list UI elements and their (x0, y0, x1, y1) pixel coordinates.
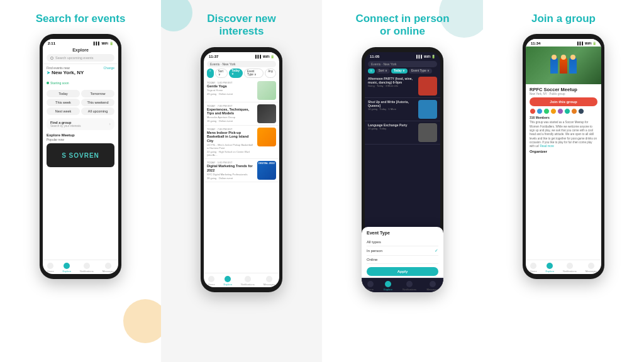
s3-event-meta-2: 14 going · Today · 1 More (368, 107, 416, 111)
nav-notifications-3[interactable]: Notifications (402, 281, 416, 287)
nav-home-3[interactable]: Home (367, 281, 374, 287)
nav-messages-1[interactable]: Messages (103, 263, 114, 273)
explore-icon-1 (64, 263, 70, 269)
filter-grid[interactable]: ≡ (207, 69, 214, 78)
home-icon-2 (208, 276, 214, 282)
phone-2: 11:37 ▌▌▌ WiFi 🔋 Events · New York ≡ Sor… (201, 47, 282, 292)
explore-section: Explore Meetup Popular now S SOVREN (43, 132, 118, 168)
time-4: 11:34 (531, 41, 540, 45)
event-item-3[interactable]: TODAY · 7:00 PM EST Mens Indoor Pick-up … (204, 126, 279, 159)
filter-row-2: ≡ Sort ∨ Today ∨ Event Type ∨ Any (204, 69, 279, 79)
apply-button[interactable]: Apply (367, 267, 438, 276)
filter-any[interactable]: Any (265, 69, 276, 78)
group-location: New York, NY · Public group (530, 92, 597, 96)
date-grid: Today Tomorrow This week This weekend Ne… (43, 90, 118, 115)
nav-home-label-1: Home (47, 270, 54, 273)
s3-filter-grid[interactable]: ≡ (368, 69, 375, 74)
nav-messages-2[interactable]: Messages (264, 276, 275, 286)
status-bar-3: 11:05 ▌▌▌ WiFi 🔋 (365, 52, 440, 60)
starting-soon-badge: Starting soon (47, 81, 69, 85)
nav-explore-label-1: Explore (63, 270, 72, 273)
s3-event-meta-3: 22 going · Today (368, 127, 416, 130)
panel-2-title: Discover newinterests (207, 13, 276, 38)
notif-icon-4 (567, 263, 573, 269)
s3-filter-sort[interactable]: Sort ∨ (376, 69, 390, 74)
read-more-link[interactable]: Read more (540, 145, 554, 148)
modal-option-inperson[interactable]: In person ✓ (367, 246, 438, 256)
nav-explore-2[interactable]: Explore (224, 276, 233, 286)
nav-explore-1[interactable]: Explore (63, 263, 72, 273)
find-group-sub: Search by your interests (50, 124, 81, 128)
event-item-4[interactable]: TODAY · 5:00 PM EST Digital Marketing Tr… (204, 159, 279, 182)
s3-event-2[interactable]: Shut Up and Write [Astoria, Queens] 14 g… (365, 98, 440, 121)
s3-event-3[interactable]: Language Exchange Party 22 going · Today (365, 121, 440, 145)
chevron-right-icon: › (109, 121, 111, 127)
phone-1: 2:11 ▌▌▌ WiFi 🔋 Explore Search upcoming … (40, 34, 121, 279)
s2-search-header: Events · New York (204, 60, 279, 69)
phone-3-notch (390, 47, 415, 52)
nav-notifications-1[interactable]: Notifications (80, 263, 94, 273)
nav-messages-3[interactable]: Messages (427, 281, 438, 287)
date-tomorrow[interactable]: Tomorrow (81, 90, 114, 97)
nav-explore-4[interactable]: Explore (546, 263, 555, 273)
avatar-6 (564, 108, 570, 114)
status-icons-3: ▌▌▌ WiFi 🔋 (416, 55, 435, 58)
location-section: Find events near Change ➤ New York, NY S… (43, 64, 118, 89)
nav-notifications-2[interactable]: Notifications (241, 276, 255, 286)
filter-sort[interactable]: Sort ∨ (215, 69, 228, 78)
search-icon-1 (50, 57, 53, 60)
phone-1-notch (68, 34, 93, 39)
s3-event-name-2: Shut Up and Write [Astoria, Queens] (368, 100, 416, 107)
s3-search-bar[interactable]: Events · New York (368, 61, 437, 67)
sovren-card[interactable]: S SOVREN (47, 143, 114, 167)
explore-header: Explore Search upcoming events (43, 47, 118, 64)
msg-icon-3 (430, 281, 436, 287)
time-3: 11:05 (370, 55, 379, 58)
filter-today[interactable]: Today ∨ (229, 69, 243, 78)
panel-search: Search for events 2:11 ▌▌▌ WiFi 🔋 Explor… (0, 0, 161, 362)
event-item-1[interactable]: TODAY · 5:00 PM EST Gentle Yoga Yoga at … (204, 79, 279, 102)
s3-event-1[interactable]: Afternoon PARTY (food, wine, music, danc… (365, 75, 440, 98)
nav-explore-3[interactable]: Explore (384, 281, 392, 287)
date-next-week[interactable]: Next week (47, 107, 80, 115)
filter-event-type[interactable]: Event Type ∨ (244, 69, 264, 78)
change-link[interactable]: Change (103, 66, 114, 70)
avatar-7 (571, 108, 577, 114)
nav-home-4[interactable]: Home (530, 263, 537, 273)
avatar-8 (578, 108, 584, 114)
members-count: 316 Members (530, 116, 597, 119)
msg-icon-4 (588, 263, 594, 269)
nav-msg-label-2: Messages (264, 283, 275, 286)
modal-option-online-label: Online (367, 258, 377, 261)
status-bar-1: 2:11 ▌▌▌ WiFi 🔋 (43, 39, 118, 47)
date-all-upcoming[interactable]: All upcoming (81, 107, 114, 115)
nav-messages-4[interactable]: Messages (586, 263, 597, 273)
date-today[interactable]: Today (47, 90, 80, 97)
explore-meetup-title: Explore Meetup (47, 133, 114, 137)
s2-search-bar[interactable]: Events · New York (207, 61, 276, 67)
sovren-logo: S SOVREN (62, 152, 99, 159)
modal-title: Event Type (367, 231, 438, 235)
status-icons-1: ▌▌▌ WiFi 🔋 (94, 41, 113, 45)
group-info: RPFC Soccer Meetup New York, NY · Public… (526, 84, 601, 156)
status-bar-2: 11:37 ▌▌▌ WiFi 🔋 (204, 52, 279, 60)
notif-icon-2 (245, 276, 251, 282)
nav-home-1[interactable]: Home (47, 263, 54, 273)
modal-option-all[interactable]: All types (367, 238, 438, 246)
nav-notifications-4[interactable]: Notifications (563, 263, 577, 273)
date-this-week[interactable]: This week (47, 99, 80, 106)
panel-3-title: Connect in personor online (355, 13, 449, 38)
s3-filter-today[interactable]: Today ∨ (391, 69, 408, 74)
modal-option-inperson-label: In person (367, 249, 382, 253)
date-this-weekend[interactable]: This weekend (81, 99, 114, 106)
modal-option-online[interactable]: Online (367, 256, 438, 264)
search-placeholder-1: Search upcoming events (55, 56, 94, 60)
find-group-section[interactable]: Find a group Search by your interests › (47, 118, 114, 130)
search-bar-1[interactable]: Search upcoming events (47, 54, 114, 62)
nav-home-2[interactable]: Home (208, 276, 215, 286)
join-group-button[interactable]: Join this group (530, 97, 597, 106)
event-item-2[interactable]: TODAY · 7:00 PM EST Experiences, Techniq… (204, 102, 279, 126)
s3-filter-event[interactable]: Event Type ∨ (409, 69, 432, 74)
notif-icon-3 (406, 281, 413, 287)
event-list-2: TODAY · 5:00 PM EST Gentle Yoga Yoga at … (204, 79, 279, 273)
